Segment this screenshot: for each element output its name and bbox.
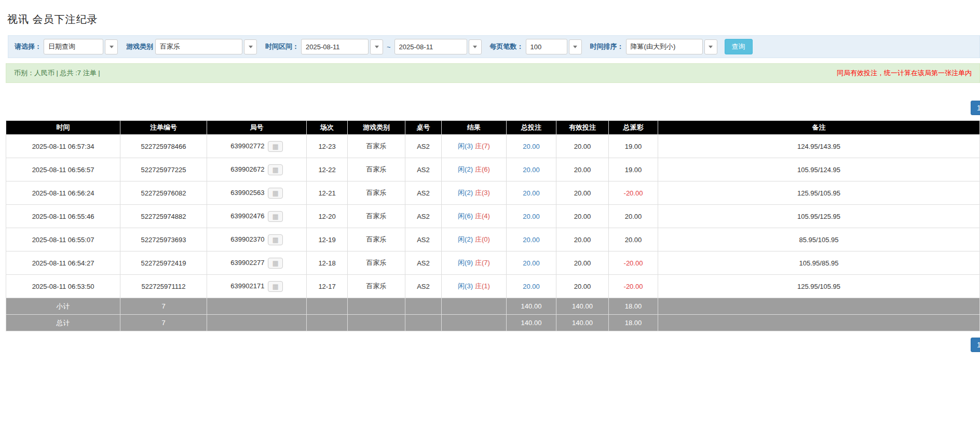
bet-id-cell: 522725972419 [120,251,207,275]
result-banker: 庄(1) [475,282,490,290]
sort-order-dropdown-button[interactable] [704,39,717,54]
subtotal-count: 7 [120,298,207,315]
game-type-cell: 百家乐 [348,181,405,205]
roadmap-icon: ▦ [272,213,278,220]
payout-cell: -20.00 [609,251,658,275]
page-title: 视讯 会员下注纪录 [7,12,980,26]
table-header-row: 时间 注单编号 局号 场次 游戏类别 桌号 结果 总投注 有效投注 总派彩 备注 [6,121,980,135]
result-cell: 闲(6)庄(4) [442,205,507,228]
info-bar: 币别：人民币 | 总共 :7 注单 | 同局有效投注，统一计算在该局第一张注单内 [6,63,980,83]
date-to-input[interactable] [394,39,467,54]
empty-cell [307,298,348,315]
page-size-dropdown-button[interactable] [569,39,582,54]
empty-cell [658,315,980,331]
page-1-button[interactable]: 1 [971,338,980,352]
total-label: 总计 [6,315,120,331]
query-type-input[interactable] [44,39,103,54]
date-to-dropdown-button[interactable] [469,39,482,54]
game-type-dropdown-button[interactable] [244,39,257,54]
view-roadmap-button[interactable]: ▦ [268,188,282,199]
query-type-dropdown-button[interactable] [105,39,118,54]
total-bet-link[interactable]: 20.00 [523,283,540,290]
date-from-dropdown-button[interactable] [370,39,383,54]
result-banker: 庄(6) [475,165,490,173]
table-no-cell: AS2 [405,135,442,158]
total-count: 7 [120,315,207,331]
valid-bet-cell: 20.00 [556,228,609,251]
query-type-label: 请选择： [15,42,42,51]
time-cell: 2025-08-11 06:56:24 [6,181,120,205]
view-roadmap-button[interactable]: ▦ [268,234,282,245]
total-bet-link[interactable]: 20.00 [523,143,540,150]
total-bet-link[interactable]: 20.00 [523,166,540,174]
subtotal-label: 小计 [6,298,120,315]
payout-cell: 19.00 [609,158,658,181]
subtotal-row: 小计 7 140.00 140.00 18.00 [6,298,980,315]
result-cell: 闲(3)庄(1) [442,275,507,298]
table-row: 2025-08-11 06:55:07 522725973693 6399023… [6,228,980,251]
payout-cell: 19.00 [609,135,658,158]
game-type-input[interactable] [155,39,242,54]
valid-bet-cell: 20.00 [556,181,609,205]
view-roadmap-button[interactable]: ▦ [268,211,282,222]
total-valid-bet: 140.00 [556,315,609,331]
header-round-id: 局号 [207,121,307,135]
total-bet-link[interactable]: 20.00 [523,259,540,267]
remark-cell: 105.95/125.95 [658,205,980,228]
game-type-cell: 百家乐 [348,205,405,228]
total-bet-link[interactable]: 20.00 [523,213,540,220]
empty-cell [207,298,307,315]
result-player: 闲(2) [458,189,473,197]
view-roadmap-button[interactable]: ▦ [268,281,282,292]
result-banker: 庄(7) [475,259,490,267]
result-cell: 闲(2)庄(0) [442,228,507,251]
game-type-cell: 百家乐 [348,228,405,251]
total-payout: 18.00 [609,315,658,331]
roadmap-icon: ▦ [272,189,278,197]
view-roadmap-button[interactable]: ▦ [268,164,282,175]
header-remark: 备注 [658,121,980,135]
view-roadmap-button[interactable]: ▦ [268,258,282,269]
page-1-button[interactable]: 1 [971,101,980,115]
sort-order-input[interactable] [626,39,703,54]
date-to-combobox [394,39,482,54]
result-player: 闲(3) [458,142,473,150]
total-bet-cell: 20.00 [507,135,556,158]
roadmap-icon: ▦ [272,259,278,267]
bet-id-cell: 522725977225 [120,158,207,181]
remark-cell: 85.95/105.95 [658,228,980,251]
empty-cell [207,315,307,331]
round-id: 639902476 [230,212,264,219]
roadmap-icon: ▦ [272,236,278,244]
table-row: 2025-08-11 06:53:50 522725971112 6399021… [6,275,980,298]
header-table-no: 桌号 [405,121,442,135]
session-cell: 12-23 [307,135,348,158]
payout-cell: -20.00 [609,181,658,205]
view-roadmap-button[interactable]: ▦ [268,141,282,152]
currency-summary-text: 币别：人民币 | 总共 :7 注单 | [14,68,100,78]
bet-id-cell: 522725973693 [120,228,207,251]
table-row: 2025-08-11 06:56:24 522725976082 6399025… [6,181,980,205]
valid-bet-cell: 20.00 [556,158,609,181]
date-from-input[interactable] [301,39,369,54]
round-id: 639902277 [230,258,264,266]
result-player: 闲(9) [458,259,473,267]
sort-order-label: 时间排序： [590,42,624,51]
bet-records-table: 时间 注单编号 局号 场次 游戏类别 桌号 结果 总投注 有效投注 总派彩 备注… [6,120,980,331]
total-bet-cell: 20.00 [507,275,556,298]
result-banker: 庄(3) [475,189,490,197]
round-id-cell: 639902672▦ [207,158,307,181]
total-bet-cell: 20.00 [507,228,556,251]
sort-order-combobox [626,39,717,54]
total-bet-link[interactable]: 20.00 [523,189,540,197]
valid-bet-cell: 20.00 [556,135,609,158]
roadmap-icon: ▦ [272,283,278,290]
total-bet-link[interactable]: 20.00 [523,236,540,244]
empty-cell [405,298,442,315]
search-button[interactable]: 查询 [725,39,753,54]
header-result: 结果 [442,121,507,135]
result-cell: 闲(2)庄(6) [442,158,507,181]
chevron-down-icon [573,46,577,48]
page-size-input[interactable] [526,39,567,54]
payout-cell: 20.00 [609,205,658,228]
